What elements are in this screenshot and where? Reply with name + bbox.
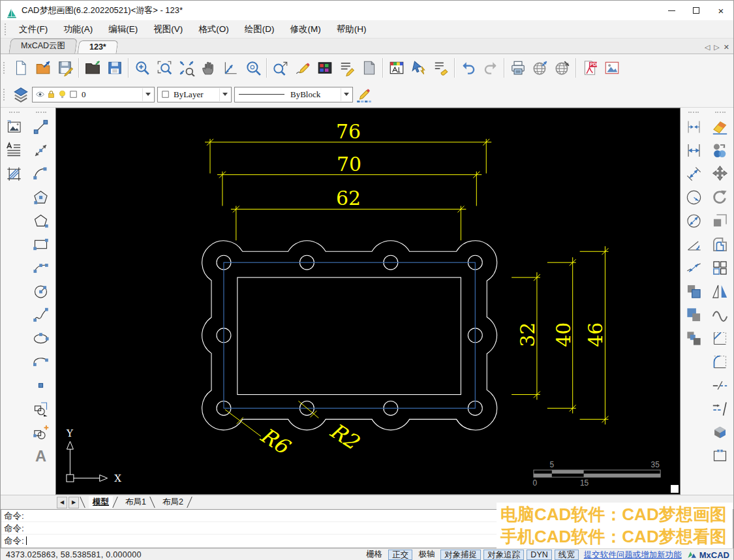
layer-settings-button[interactable] [386, 57, 408, 79]
trim-button[interactable] [709, 397, 732, 420]
close-button[interactable]: × [709, 1, 733, 20]
sketch-button[interactable] [292, 57, 314, 79]
layout-prev-icon[interactable]: ◀ [57, 497, 67, 508]
layout-tab-model[interactable]: 模型 [89, 496, 113, 508]
named-view-button[interactable] [269, 57, 292, 79]
image-export-button[interactable] [601, 57, 623, 79]
redo-button[interactable] [480, 57, 502, 79]
fillet-button[interactable] [709, 350, 732, 373]
layout-tab-layout1[interactable]: 布局1 [121, 496, 150, 508]
break-button[interactable] [709, 373, 732, 397]
layer-dropdown-icon[interactable] [142, 88, 153, 101]
layers-stack-icon[interactable] [12, 86, 29, 103]
insert-block-button[interactable] [29, 420, 53, 444]
rotate-button[interactable] [709, 185, 732, 209]
layer-combo[interactable]: 0 [32, 87, 155, 102]
menu-view[interactable]: 视图(V) [145, 21, 191, 38]
rectangle-button[interactable] [29, 232, 53, 256]
status-toggle-ortho[interactable]: 正交 [388, 550, 412, 560]
color-dropdown-icon[interactable] [219, 88, 230, 101]
ellipse-arc-button[interactable] [29, 350, 53, 373]
status-toggle-polar[interactable]: 极轴 [415, 550, 438, 560]
print-button[interactable] [507, 57, 529, 79]
ellipse-button[interactable] [29, 326, 53, 350]
save-button[interactable] [54, 57, 76, 79]
tab-scroll-right-icon[interactable]: ▷ [714, 43, 723, 54]
pdf-export-button[interactable]: PDF [579, 57, 601, 79]
copy-block-button[interactable] [29, 397, 53, 420]
status-toggle-dyn[interactable]: DYN [527, 550, 551, 560]
text-button[interactable]: A [29, 444, 53, 467]
arc-button[interactable] [29, 162, 53, 185]
menu-edit[interactable]: 编辑(E) [100, 21, 145, 38]
match-properties-button[interactable] [430, 57, 452, 79]
menu-function[interactable]: 功能(A) [55, 21, 100, 38]
tab-scroll-left-icon[interactable]: ◁ [705, 43, 714, 54]
polygon-filled-button[interactable] [29, 185, 53, 209]
new-file-button[interactable] [10, 57, 32, 79]
page-setup-button[interactable] [358, 57, 380, 79]
dim-angular-button[interactable] [682, 232, 705, 256]
status-toggle-lineweight[interactable]: 线宽 [555, 550, 579, 560]
break-point-button[interactable] [709, 444, 732, 467]
point-button[interactable] [29, 373, 53, 397]
insert-image-button[interactable] [3, 115, 26, 138]
open-folder-button[interactable] [82, 57, 104, 79]
dim-linear-button[interactable] [682, 138, 705, 162]
status-toggle-otrack[interactable]: 对象追踪 [483, 550, 524, 560]
zoom-previous-button[interactable] [220, 57, 242, 79]
circle-button[interactable] [29, 279, 53, 303]
copy-props-button[interactable] [682, 279, 705, 303]
doc-tab-drawing-123[interactable]: 123* [78, 40, 119, 54]
quick-select-button[interactable] [408, 57, 430, 79]
copy-props-3-button[interactable] [682, 326, 705, 350]
xline-button[interactable] [29, 138, 53, 162]
zoom-in-button[interactable] [131, 57, 153, 79]
offset-button[interactable] [709, 232, 732, 256]
hatch-button[interactable] [3, 162, 26, 185]
dim-jogged-button[interactable] [682, 256, 705, 279]
color-palette-button[interactable] [314, 57, 336, 79]
layout-tab-layout2[interactable]: 布局2 [159, 496, 187, 508]
erase-button[interactable] [709, 115, 732, 138]
menu-draw[interactable]: 绘图(D) [237, 21, 283, 38]
status-toggle-grid[interactable]: 栅格 [363, 550, 386, 560]
zoom-extents-button[interactable] [176, 57, 198, 79]
open-drawing-button[interactable] [32, 57, 54, 79]
drawing-canvas[interactable]: 76 70 62 32 40 46 R6 R2 Y X [55, 108, 680, 495]
dim-radius-button[interactable] [682, 185, 705, 209]
array-button[interactable] [709, 256, 732, 279]
minimize-button[interactable] [659, 1, 684, 20]
menu-format[interactable]: 格式(O) [191, 21, 237, 38]
layout-next-icon[interactable]: ▶ [69, 497, 79, 508]
draw-color-pencil-icon[interactable] [356, 86, 373, 103]
dim-diameter-button[interactable] [682, 209, 705, 232]
fit-curve-button[interactable] [709, 303, 732, 326]
scale-button[interactable] [709, 209, 732, 232]
polygon-button[interactable] [29, 209, 53, 232]
dim-quick-button[interactable] [682, 115, 705, 138]
save-as-button[interactable] [104, 57, 126, 79]
text-edit-button[interactable] [336, 57, 358, 79]
pan-button[interactable] [198, 57, 220, 79]
dim-aligned-button[interactable] [682, 162, 705, 185]
maximize-button[interactable] [684, 1, 709, 20]
linetype-combo[interactable]: ByBlock [234, 87, 353, 102]
linetype-dropdown-icon[interactable] [341, 88, 351, 101]
copy-button[interactable] [709, 138, 732, 162]
line-button[interactable] [29, 115, 53, 138]
menu-help[interactable]: 帮助(H) [329, 21, 375, 38]
zoom-window-button[interactable] [153, 57, 176, 79]
canvas-resize-grip[interactable] [671, 485, 679, 493]
menu-file[interactable]: 文件(F) [11, 21, 55, 38]
mirror-button[interactable] [709, 279, 732, 303]
web-download-button[interactable] [551, 57, 573, 79]
mtext-button[interactable] [3, 138, 26, 162]
tab-close-icon[interactable]: ✕ [724, 43, 733, 54]
doc-tab-mxcad-cloud[interactable]: MxCAD云图 [8, 39, 77, 54]
menu-modify[interactable]: 修改(M) [283, 21, 329, 38]
copy-props-2-button[interactable] [682, 303, 705, 326]
move-button[interactable] [709, 162, 732, 185]
arc-3pt-button[interactable] [29, 256, 53, 279]
color-combo[interactable]: ByLayer [157, 87, 232, 102]
